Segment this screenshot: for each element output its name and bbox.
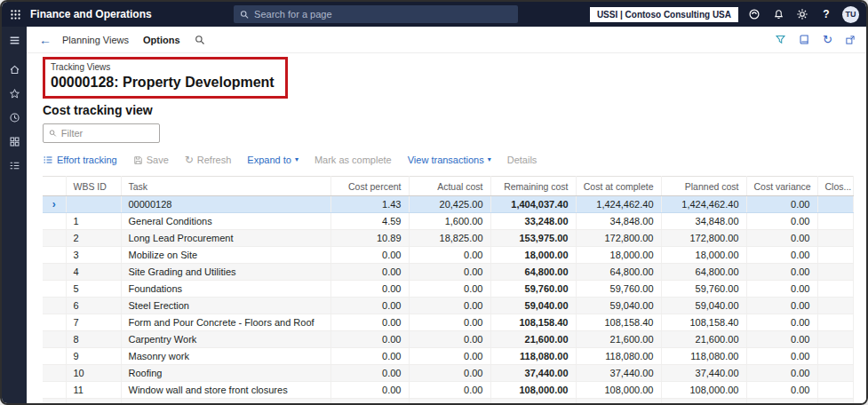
mark-as-complete-button[interactable]: Mark as complete	[315, 155, 392, 165]
row-selector-cell[interactable]	[43, 298, 66, 314]
table-row[interactable]: 12Building Finishes0.000.00216,000.00216…	[43, 399, 853, 405]
cell-cost_percent[interactable]: 0.00	[330, 348, 409, 365]
global-search-input[interactable]	[254, 9, 512, 20]
cell-task[interactable]: Foundations	[121, 281, 330, 298]
cell-task[interactable]: Building Finishes	[121, 399, 330, 405]
cell-cost_percent[interactable]: 0.00	[330, 382, 409, 399]
tab-options[interactable]: Options	[143, 35, 180, 45]
cell-remaining_cost[interactable]: 37,440.00	[490, 365, 576, 382]
cell-closed[interactable]	[817, 382, 853, 399]
cell-planned_cost[interactable]: 37,440.00	[661, 365, 746, 382]
row-selector-cell[interactable]: ›	[43, 196, 66, 213]
table-row[interactable]: 8Carpentry Work0.000.0021,600.0021,600.0…	[43, 331, 853, 348]
cell-cost_percent[interactable]: 0.00	[330, 247, 409, 264]
cell-task[interactable]: Carpentry Work	[121, 331, 330, 348]
cell-cost_variance[interactable]: 0.00	[746, 213, 817, 230]
row-selector-cell[interactable]	[43, 348, 66, 365]
cell-remaining_cost[interactable]: 108,000.00	[490, 382, 576, 399]
cell-actual_cost[interactable]: 0.00	[409, 264, 490, 281]
table-row[interactable]: 9Masonry work0.000.00118,080.00118,080.0…	[43, 348, 853, 365]
row-selector-cell[interactable]	[43, 264, 66, 281]
filter-icon[interactable]	[775, 34, 786, 45]
cell-actual_cost[interactable]: 0.00	[409, 314, 490, 331]
back-button[interactable]: ←	[39, 34, 52, 46]
cell-cost_percent[interactable]: 10.89	[330, 230, 409, 247]
cell-actual_cost[interactable]: 0.00	[409, 247, 490, 264]
cell-actual_cost[interactable]: 0.00	[409, 365, 490, 382]
global-search[interactable]	[234, 5, 518, 23]
cell-task[interactable]: Steel Erection	[121, 298, 330, 314]
cell-cost_variance[interactable]: 0.00	[746, 196, 817, 213]
cell-planned_cost[interactable]: 34,848.00	[661, 213, 746, 230]
row-selector-cell[interactable]	[43, 213, 66, 230]
open-in-new-window-icon[interactable]	[845, 35, 856, 45]
column-header-closed[interactable]: Clos...	[817, 177, 853, 196]
cell-cost_at_complete[interactable]: 59,040.00	[576, 298, 661, 314]
cell-planned_cost[interactable]: 59,040.00	[661, 298, 746, 314]
column-header-cost_variance[interactable]: Cost variance	[746, 177, 817, 196]
cell-wbs[interactable]: 7	[66, 314, 121, 331]
cell-wbs[interactable]: 1	[66, 213, 121, 230]
cell-cost_at_complete[interactable]: 172,800.00	[576, 230, 661, 247]
column-header-actual_cost[interactable]: Actual cost	[409, 177, 490, 196]
cell-cost_percent[interactable]: 0.00	[330, 281, 409, 298]
table-row[interactable]: 1General Conditions4.591,600.0033,248.00…	[43, 213, 853, 230]
cell-task[interactable]: Form and Pour Concrete - Floors and Roof	[121, 314, 330, 331]
cell-cost_at_complete[interactable]: 216,000.00	[576, 399, 661, 405]
cell-task[interactable]: 00000128	[121, 196, 330, 213]
column-header-planned_cost[interactable]: Planned cost	[661, 177, 746, 196]
cell-wbs[interactable]: 11	[66, 382, 121, 399]
cell-cost_variance[interactable]: 0.00	[746, 314, 817, 331]
cell-actual_cost[interactable]: 0.00	[409, 331, 490, 348]
company-picker[interactable]: USSI | Contoso Consulting USA	[590, 7, 738, 22]
cell-cost_percent[interactable]: 0.00	[330, 365, 409, 382]
table-row[interactable]: 6Steel Erection0.000.0059,040.0059,040.0…	[43, 298, 853, 314]
cell-wbs[interactable]: 12	[66, 399, 121, 405]
cell-closed[interactable]	[817, 230, 853, 247]
cell-planned_cost[interactable]: 21,600.00	[661, 331, 746, 348]
cell-cost_percent[interactable]: 0.00	[330, 314, 409, 331]
cell-cost_percent[interactable]: 1.43	[330, 196, 409, 213]
cell-cost_variance[interactable]: 0.00	[746, 331, 817, 348]
table-row[interactable]: 3Mobilize on Site0.000.0018,000.0018,000…	[43, 247, 853, 264]
tab-planning-views[interactable]: Planning Views	[62, 35, 129, 45]
cell-remaining_cost[interactable]: 33,248.00	[490, 213, 576, 230]
row-selector-cell[interactable]	[43, 230, 66, 247]
home-icon[interactable]	[2, 58, 27, 82]
cell-task[interactable]: Masonry work	[121, 348, 330, 365]
row-selector-cell[interactable]	[43, 314, 66, 331]
companion-app-icon[interactable]	[799, 34, 810, 45]
cell-remaining_cost[interactable]: 64,800.00	[490, 264, 576, 281]
table-row[interactable]: 10Roofing0.000.0037,440.0037,440.0037,44…	[43, 365, 853, 382]
row-selector-cell[interactable]	[43, 247, 66, 264]
cell-closed[interactable]	[817, 314, 853, 331]
cell-actual_cost[interactable]: 0.00	[409, 281, 490, 298]
cell-wbs[interactable]: 10	[66, 365, 121, 382]
cell-cost_percent[interactable]: 0.00	[330, 264, 409, 281]
cell-cost_at_complete[interactable]: 108,158.40	[576, 314, 661, 331]
cell-wbs[interactable]: 6	[66, 298, 121, 314]
cell-cost_variance[interactable]: 0.00	[746, 247, 817, 264]
row-selector-cell[interactable]	[43, 331, 66, 348]
cell-closed[interactable]	[817, 298, 853, 314]
cell-cost_at_complete[interactable]: 59,760.00	[576, 281, 661, 298]
column-header-task[interactable]: Task	[121, 177, 330, 196]
column-header-selector[interactable]	[43, 177, 66, 196]
cell-cost_variance[interactable]: 0.00	[746, 365, 817, 382]
cell-cost_variance[interactable]: 0.00	[746, 298, 817, 314]
table-row[interactable]: 5Foundations0.000.0059,760.0059,760.0059…	[43, 281, 853, 298]
cell-cost_percent[interactable]: 0.00	[330, 399, 409, 405]
details-button[interactable]: Details	[507, 155, 538, 165]
cell-task[interactable]: Long Lead Procurement	[121, 230, 330, 247]
table-row[interactable]: 11Window wall and store front closures0.…	[43, 382, 853, 399]
view-transactions-button[interactable]: View transactions ▾	[408, 155, 491, 165]
effort-tracking-button[interactable]: Effort tracking	[43, 155, 117, 165]
cell-actual_cost[interactable]: 20,425.00	[409, 196, 490, 213]
save-button[interactable]: Save	[133, 155, 169, 165]
cell-wbs[interactable]: 4	[66, 264, 121, 281]
cell-cost_at_complete[interactable]: 64,800.00	[576, 264, 661, 281]
cell-cost_at_complete[interactable]: 1,424,462.40	[576, 196, 661, 213]
cell-cost_at_complete[interactable]: 21,600.00	[576, 331, 661, 348]
cell-closed[interactable]	[817, 196, 853, 213]
assistant-icon[interactable]	[746, 6, 762, 22]
